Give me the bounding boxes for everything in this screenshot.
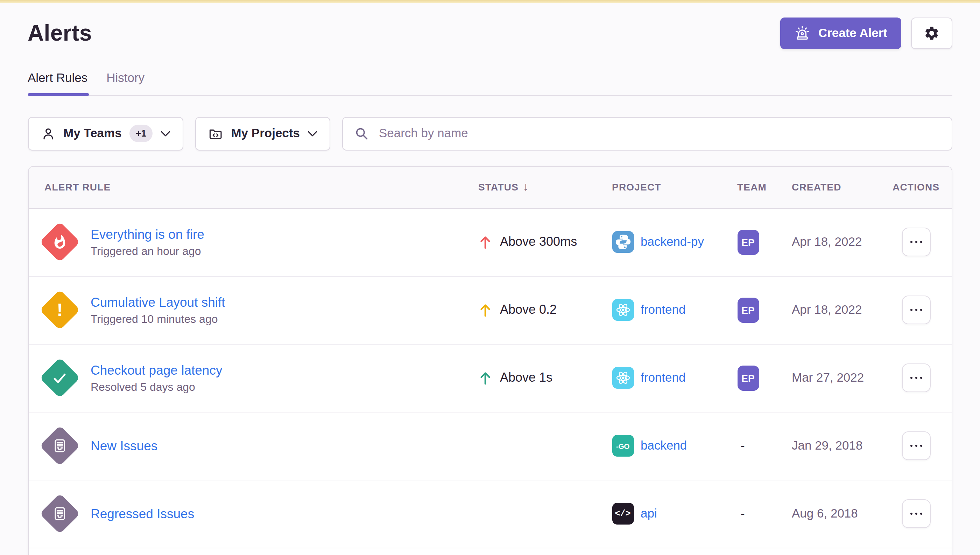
gear-icon xyxy=(924,25,940,41)
projects-filter-dropdown[interactable]: My Projects xyxy=(195,117,330,150)
project-link[interactable]: backend xyxy=(641,438,687,453)
created-date: Apr 18, 2022 xyxy=(792,303,892,317)
user-icon xyxy=(40,126,56,141)
team-badge: EP xyxy=(737,229,759,255)
settings-button[interactable] xyxy=(911,17,952,49)
search-icon xyxy=(355,126,370,141)
top-accent-bar xyxy=(0,0,980,2)
row-actions-button[interactable] xyxy=(902,295,930,324)
check-icon xyxy=(51,369,68,386)
alert-rule-subtitle: Triggered 10 minutes ago xyxy=(91,313,225,325)
teams-filter-dropdown[interactable]: My Teams +1 xyxy=(28,117,183,150)
trend-up-icon xyxy=(478,371,492,385)
alert-rule-subtitle: Resolved 5 days ago xyxy=(91,381,222,393)
search-input[interactable] xyxy=(377,125,940,141)
team-empty: - xyxy=(737,438,792,453)
row-actions-button[interactable] xyxy=(902,499,930,528)
status-threshold: Above 0.2 xyxy=(500,303,556,317)
table-row: New Issues -GO backend - Jan 29, 2018 xyxy=(28,412,952,480)
critical-alert-icon xyxy=(39,221,80,262)
react-icon xyxy=(612,299,634,321)
team-badge: EP xyxy=(737,297,759,322)
search-field xyxy=(342,117,952,150)
page-title: Alerts xyxy=(28,20,92,46)
python-icon xyxy=(612,231,634,253)
project-link[interactable]: frontend xyxy=(641,303,686,317)
alert-rule-link[interactable]: New Issues xyxy=(91,438,157,454)
fire-icon xyxy=(51,234,67,250)
overflow-menu-icon xyxy=(910,512,913,515)
siren-icon xyxy=(795,25,811,41)
table-header-row: Alert Rule Status ↓ Project Team Created… xyxy=(28,166,952,209)
go-icon: -GO xyxy=(612,435,634,457)
trend-up-icon xyxy=(478,234,492,249)
row-actions-button[interactable] xyxy=(902,228,930,256)
project-link[interactable]: api xyxy=(641,506,657,521)
chevron-down-icon xyxy=(307,130,318,137)
sort-descending-icon: ↓ xyxy=(523,180,529,194)
alert-rule-link[interactable]: Regressed Issues xyxy=(91,506,194,521)
issues-icon xyxy=(51,438,67,454)
overflow-menu-icon xyxy=(910,308,913,311)
issues-alert-icon xyxy=(39,425,80,466)
table-row: Regressed Issues </> api - Aug 6, 2018 xyxy=(28,480,952,548)
tab-history[interactable]: History xyxy=(106,71,144,95)
table-row: Checkout page latency Resolved 5 days ag… xyxy=(28,344,952,412)
table-row: Cumulative Layout shift Triggered 10 min… xyxy=(28,276,952,344)
overflow-menu-icon xyxy=(910,377,913,379)
column-header-actions: Actions xyxy=(892,181,952,192)
table-row: Everything is on fire Triggered an hour … xyxy=(28,209,952,276)
header-actions: Create Alert xyxy=(780,17,952,49)
team-badge: EP xyxy=(737,365,759,390)
column-header-created[interactable]: Created xyxy=(792,181,892,192)
warning-alert-icon xyxy=(39,290,80,330)
status-threshold: Above 300ms xyxy=(500,234,577,249)
created-date: Apr 18, 2022 xyxy=(792,234,892,249)
issues-icon xyxy=(51,505,67,522)
column-header-team[interactable]: Team xyxy=(737,181,792,192)
column-header-status[interactable]: Status ↓ xyxy=(478,180,612,194)
create-alert-button[interactable]: Create Alert xyxy=(780,17,901,49)
alert-rule-subtitle: Triggered an hour ago xyxy=(91,245,204,257)
column-header-alert-rule[interactable]: Alert Rule xyxy=(28,181,478,192)
row-actions-button[interactable] xyxy=(902,364,930,392)
created-date: Aug 6, 2018 xyxy=(792,506,892,521)
team-empty: - xyxy=(737,506,792,521)
create-alert-label: Create Alert xyxy=(819,26,887,40)
created-date: Jan 29, 2018 xyxy=(792,438,892,453)
project-link[interactable]: backend-py xyxy=(641,234,704,249)
issues-alert-icon xyxy=(39,493,80,534)
exclamation-icon xyxy=(57,301,62,319)
project-link[interactable]: frontend xyxy=(641,371,686,385)
alerts-page: Alerts Create Alert xyxy=(0,0,980,555)
project-folder-icon xyxy=(208,126,223,141)
overflow-menu-icon xyxy=(910,241,913,243)
chevron-down-icon xyxy=(160,130,171,137)
table-row-partial xyxy=(28,548,952,555)
projects-filter-label: My Projects xyxy=(231,126,299,141)
alert-rule-link[interactable]: Everything is on fire xyxy=(91,226,204,242)
trend-up-icon xyxy=(478,303,492,317)
teams-filter-label: My Teams xyxy=(63,126,122,141)
resolved-alert-icon xyxy=(39,358,80,398)
column-header-project[interactable]: Project xyxy=(612,181,737,192)
teams-filter-count-badge: +1 xyxy=(129,125,153,142)
overflow-menu-icon xyxy=(910,444,913,447)
filter-bar: My Teams +1 My Projects xyxy=(28,117,952,150)
page-header: Alerts Create Alert xyxy=(28,17,952,49)
created-date: Mar 27, 2022 xyxy=(792,371,892,385)
react-icon xyxy=(612,367,634,389)
code-icon: </> xyxy=(612,503,634,525)
tab-bar: Alert Rules History xyxy=(28,71,952,96)
tab-alert-rules[interactable]: Alert Rules xyxy=(28,71,88,95)
row-actions-button[interactable] xyxy=(902,431,930,460)
alert-rule-link[interactable]: Checkout page latency xyxy=(91,363,222,378)
alert-rules-table: Alert Rule Status ↓ Project Team Created… xyxy=(28,166,952,555)
status-threshold: Above 1s xyxy=(500,371,552,385)
alert-rule-link[interactable]: Cumulative Layout shift xyxy=(91,295,225,310)
